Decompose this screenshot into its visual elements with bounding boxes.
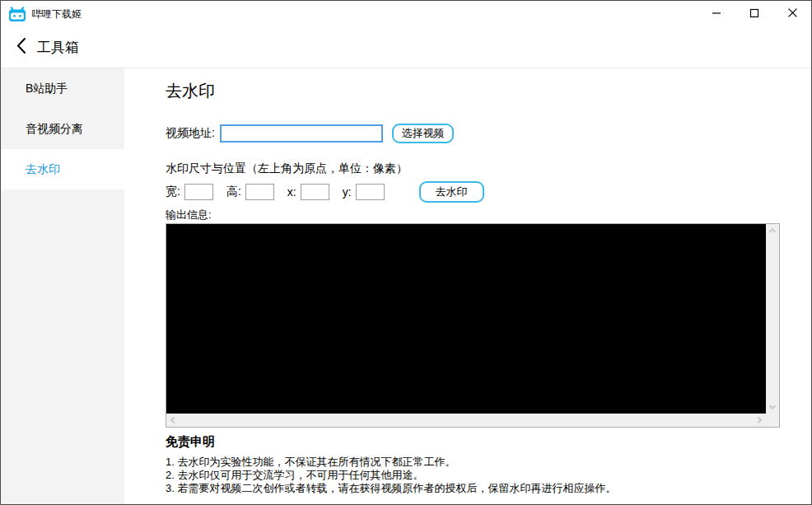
y-input[interactable]	[356, 184, 385, 200]
x-field-group: x:	[287, 184, 329, 200]
disclaimer-section: 免责申明 1. 去水印为实验性功能，不保证其在所有情况下都正常工作。 2. 去水…	[166, 434, 811, 495]
back-button[interactable]	[16, 37, 26, 58]
sidebar-item-label: 去水印	[26, 162, 60, 177]
header-title: 工具箱	[37, 38, 79, 57]
page-header: 工具箱	[1, 27, 811, 68]
minimize-button[interactable]	[698, 1, 735, 27]
console-output	[166, 224, 766, 414]
scrollbar-corner	[766, 414, 779, 427]
remove-watermark-button[interactable]: 去水印	[419, 181, 484, 203]
sidebar-item-watermark-remove[interactable]: 去水印	[1, 149, 124, 189]
sidebar-item-b-helper[interactable]: B站助手	[1, 68, 124, 109]
disclaimer-line-1: 1. 去水印为实验性功能，不保证其在所有情况下都正常工作。	[166, 456, 811, 469]
maximize-icon	[749, 7, 759, 21]
scroll-left-icon[interactable]	[170, 417, 177, 423]
size-position-row: 宽: 高: x: y: 去水印	[166, 181, 811, 203]
bilibili-tv-icon	[8, 7, 26, 22]
width-input[interactable]	[184, 184, 213, 200]
size-position-caption: 水印尺寸与位置（左上角为原点，单位：像素）	[166, 161, 811, 176]
x-input[interactable]	[301, 184, 329, 200]
disclaimer-line-3: 3. 若需要对视频二次创作或者转载，请在获得视频原作者的授权后，保留水印再进行相…	[166, 482, 811, 495]
horizontal-scrollbar[interactable]	[166, 414, 766, 427]
vertical-scrollbar[interactable]	[766, 224, 779, 414]
video-address-label: 视频地址:	[166, 126, 215, 141]
window-controls	[698, 1, 811, 27]
height-label: 高:	[226, 185, 241, 199]
minimize-icon	[712, 7, 721, 21]
page-title: 去水印	[166, 80, 811, 102]
close-button[interactable]	[773, 1, 811, 27]
video-address-input[interactable]	[220, 124, 383, 143]
height-field-group: 高:	[226, 184, 274, 200]
y-label: y:	[343, 185, 352, 199]
titlebar: 哔哩下载姬	[1, 1, 811, 27]
output-info-label: 输出信息:	[166, 208, 811, 222]
main-panel: 去水印 视频地址: 选择视频 水印尺寸与位置（左上角为原点，单位：像素） 宽: …	[124, 68, 811, 504]
height-input[interactable]	[245, 184, 274, 200]
sidebar-item-av-separate[interactable]: 音视频分离	[1, 109, 124, 149]
app-window: { "window": { "title": "哔哩下载姬", "control…	[0, 0, 812, 505]
chevron-left-icon	[16, 37, 26, 58]
width-field-group: 宽:	[166, 184, 213, 200]
select-video-button[interactable]: 选择视频	[392, 124, 454, 143]
scroll-right-icon[interactable]	[755, 417, 762, 423]
width-label: 宽:	[166, 185, 180, 199]
x-label: x:	[287, 185, 296, 199]
video-address-row: 视频地址: 选择视频	[166, 124, 811, 143]
scroll-up-icon[interactable]	[769, 228, 776, 235]
window-title: 哔哩下载姬	[32, 7, 82, 21]
scroll-down-icon[interactable]	[769, 403, 776, 409]
sidebar: B站助手 音视频分离 去水印	[1, 68, 124, 504]
y-field-group: y:	[343, 184, 385, 200]
disclaimer-line-2: 2. 去水印仅可用于交流学习，不可用于任何其他用途。	[166, 469, 811, 482]
maximize-button[interactable]	[735, 1, 773, 27]
sidebar-item-label: 音视频分离	[26, 122, 83, 137]
content-area: B站助手 音视频分离 去水印 去水印 视频地址: 选择视频 水印尺寸与位置（左上…	[1, 68, 811, 504]
output-console	[166, 223, 780, 428]
close-icon	[787, 7, 798, 21]
sidebar-item-label: B站助手	[26, 82, 68, 96]
disclaimer-title: 免责申明	[166, 434, 811, 450]
